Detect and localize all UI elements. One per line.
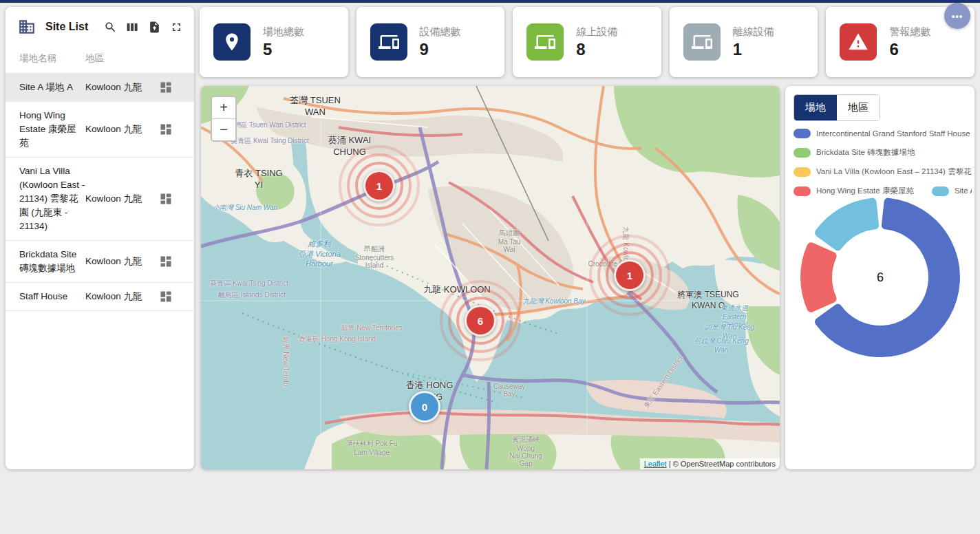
stat-value: 5 [263,40,304,59]
site-row[interactable]: Staff House Kowloon 九龍 [6,283,194,311]
stat-label: 線上設備 [576,25,617,39]
stat-value: 6 [889,40,930,59]
donut-center-total: 6 [877,270,884,285]
site-name: Site A 場地 A [19,81,85,94]
site-row[interactable]: Site A 場地 A Kowloon 九龍 [6,74,194,102]
zoom-in-button[interactable]: + [212,97,235,119]
site-list-panel: Site List 場地名稱 地區 Site A 場地 A Kowloon 九龍… [6,7,194,469]
legend-swatch [793,129,811,138]
site-list-rows: Site A 場地 A Kowloon 九龍 Hong Wing Estate … [6,73,194,311]
view-columns-icon[interactable] [126,21,139,34]
site-row[interactable]: Hong Wing Estate 康榮屋苑 Kowloon 九龍 [6,102,194,158]
search-icon[interactable] [104,21,117,34]
site-cluster-marker[interactable]: 1 [614,259,646,291]
legend-label: Brickdata Site 磚塊數據場地 [816,147,915,158]
stat-card: 設備總數 9 [356,7,505,77]
map-tiles [201,86,780,469]
osm-attribution-link[interactable]: © OpenStreetMap contributors [673,460,776,468]
site-name: Brickdata Site 磚塊數據場地 [19,248,85,275]
site-cluster-marker[interactable]: 1 [363,170,395,202]
location-pin-icon [213,23,251,61]
site-list-header: Site List [6,7,194,43]
site-region: Kowloon 九龍 [85,290,143,303]
export-file-icon[interactable] [148,21,161,34]
leaflet-link[interactable]: Leaflet [644,460,667,468]
legend-label: Intercontinental Grand Stanford Staff Ho… [816,129,970,138]
site-region: Kowloon 九龍 [85,122,143,136]
legend-item[interactable]: Brickdata Site 磚塊數據場地 [793,147,915,158]
zoom-out-button[interactable]: − [212,119,235,140]
devices-icon [370,23,407,61]
dashboard-icon[interactable] [159,255,173,268]
devices-icon [526,23,564,61]
stat-label: 場地總數 [263,25,304,39]
site-region: Kowloon 九龍 [85,81,143,94]
legend-swatch [793,148,811,158]
alert-triangle-icon [840,23,877,61]
site-region: Kowloon 九龍 [85,192,143,206]
site-name: Hong Wing Estate 康榮屋苑 [19,109,85,150]
devices-icon [683,23,721,61]
dashboard-icon[interactable] [159,122,173,136]
map-attribution: Leaflet | © OpenStreetMap contributors [640,458,780,469]
more-options-button[interactable]: ••• [944,3,970,29]
stat-card: 場地總數 5 [200,7,348,77]
fullscreen-icon[interactable] [170,21,183,34]
site-cluster-marker[interactable]: 0 [409,391,440,423]
top-accent-bar [0,0,980,3]
map-zoom-control: + − [211,96,237,142]
donut-slice[interactable] [805,246,833,308]
alarm-donut-chart[interactable]: 6 [785,175,974,379]
site-region: Kowloon 九龍 [85,255,143,268]
stat-label: 警報總數 [889,25,930,39]
column-header-name: 場地名稱 [19,52,85,65]
stat-value: 8 [576,40,617,59]
stat-card: 離線設備 1 [670,7,818,77]
site-name: Vani La Villa (Kowloon East - 21134) 雲黎花… [19,164,85,233]
map[interactable]: + − 荃灣 TSUEN WAN葵涌 KWAI CHUNG青衣 TSING YI… [201,86,780,469]
building-icon [18,18,36,36]
stat-value: 9 [420,40,461,59]
tab-site[interactable]: 場地 [794,95,837,120]
dashboard-icon[interactable] [159,81,173,94]
stat-label: 離線設備 [733,25,774,39]
site-cluster-marker[interactable]: 6 [465,305,496,337]
site-name: Staff House [19,290,85,303]
donut-slice[interactable] [819,202,875,247]
chart-tabs: 場地地區 [793,94,880,121]
dashboard-icon[interactable] [159,192,173,206]
site-row[interactable]: Brickdata Site 磚塊數據場地 Kowloon 九龍 [6,241,194,283]
stat-label: 設備總數 [420,25,461,39]
alarm-chart-panel: 場地地區 Intercontinental Grand Stanford Sta… [785,86,974,469]
stat-value: 1 [733,40,774,59]
stat-cards-row: 場地總數 5 設備總數 9 線上設備 8 離線設備 1 警報總數 6 [200,7,974,77]
tab-district[interactable]: 地區 [837,95,880,120]
stat-card: 線上設備 8 [513,7,661,77]
dashboard-icon[interactable] [159,290,173,303]
panel-title: Site List [45,21,104,33]
site-row[interactable]: Vani La Villa (Kowloon East - 21134) 雲黎花… [6,158,194,241]
column-header-region: 地區 [85,52,189,65]
legend-item[interactable]: Intercontinental Grand Stanford Staff Ho… [793,129,970,138]
